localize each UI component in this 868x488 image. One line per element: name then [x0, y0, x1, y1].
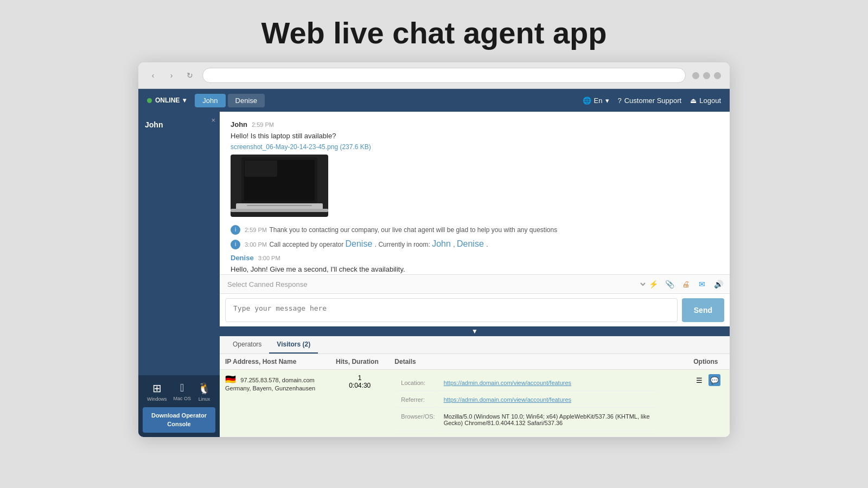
visitor-hits-cell: 1 0:04:30 — [330, 370, 389, 437]
tab-denise[interactable]: Denise — [228, 94, 265, 107]
refresh-button[interactable]: ↻ — [184, 69, 196, 81]
header-right: 🌐 En ▾ ? Customer Support ⏏ Logout — [583, 97, 721, 105]
operator-denise-link[interactable]: Denise — [346, 239, 373, 248]
visitor-list-icon[interactable]: ☰ — [693, 374, 705, 386]
customer-support-link[interactable]: ? Customer Support — [618, 97, 682, 105]
volume-icon[interactable]: 🔊 — [712, 278, 724, 290]
john-message-text: Hello! Is this laptop still available? — [231, 131, 719, 142]
visitor-options-cell: ☰ 💬 — [688, 370, 730, 437]
john-message-time: 2:59 PM — [252, 121, 274, 128]
system-msg-comma: , — [453, 241, 457, 248]
os-icons-row: ⊞ Windows  Mac OS 🐧 Linux — [138, 382, 220, 402]
tab-john[interactable]: John — [195, 94, 225, 107]
visitor-options-icons: ☰ 💬 — [693, 374, 724, 386]
john-author: John — [231, 120, 247, 129]
sidebar-bottom: ⊞ Windows  Mac OS 🐧 Linux Download Oper… — [138, 375, 220, 437]
windows-icon: ⊞ — [152, 382, 162, 395]
message-input[interactable] — [225, 298, 678, 322]
location-label: Location: — [395, 375, 437, 391]
logout-label: Logout — [699, 97, 721, 105]
room-john-link[interactable]: John — [432, 239, 451, 248]
apple-icon:  — [180, 382, 184, 394]
info-icon-2: i — [231, 240, 240, 249]
system-message-1: i 2:59 PM Thank you to contacting our co… — [231, 224, 719, 235]
collapse-arrow-icon[interactable]: ▼ — [471, 328, 478, 335]
chat-tabs: John Denise — [195, 94, 265, 107]
visitor-chat-icon[interactable]: 💬 — [709, 374, 720, 386]
denise-author: Denise — [231, 254, 254, 262]
john-message-header: John 2:59 PM — [231, 120, 719, 129]
tab-visitors[interactable]: Visitors (2) — [269, 336, 318, 354]
browser-value: Mozilla/5.0 (Windows NT 10.0; Win64; x64… — [438, 409, 655, 431]
col-details: Details — [389, 354, 688, 370]
col-options: Options — [688, 354, 730, 370]
system-time-1: 2:59 PM — [245, 227, 267, 233]
help-icon: ? — [618, 97, 622, 105]
browser-window: ‹ › ↻ ONLINE ▾ John Denise 🌐 En ▾ ? — [138, 62, 730, 437]
tab-operators[interactable]: Operators — [225, 336, 269, 354]
denise-message-time: 3:00 PM — [258, 255, 280, 261]
attachment-link[interactable]: screenshot_06-May-20-14-23-45.png (237.6… — [231, 143, 371, 151]
linux-icon: 🐧 — [197, 382, 211, 395]
macos-label: Mac OS — [173, 396, 191, 401]
language-selector[interactable]: 🌐 En ▾ — [583, 97, 609, 105]
svg-rect-4 — [247, 205, 312, 206]
customer-support-label: Customer Support — [624, 97, 682, 105]
visitors-table: IP Address, Host Name Hits, Duration Det… — [220, 354, 730, 437]
col-ip: IP Address, Host Name — [220, 354, 330, 370]
linux-label: Linux — [199, 396, 210, 402]
status-badge[interactable]: ONLINE ▾ — [147, 97, 186, 104]
visitor-duration: 0:04:30 — [336, 382, 384, 389]
download-operator-console-button[interactable]: Download Operator Console — [143, 407, 215, 433]
message-input-row: Send — [220, 294, 730, 326]
address-bar[interactable] — [202, 68, 686, 83]
denise-message-group: Denise 3:00 PM Hello, John! Give me a se… — [231, 254, 719, 275]
details-location-link[interactable]: https://admin.domain.com/view/account/fe… — [444, 380, 571, 386]
room-denise-link[interactable]: Denise — [457, 239, 484, 248]
svg-rect-3 — [231, 209, 328, 212]
send-button[interactable]: Send — [682, 298, 724, 322]
online-indicator — [147, 98, 152, 103]
app-body: × John ⊞ Windows  Mac OS 🐧 Linux — [138, 112, 730, 437]
linux-os-item[interactable]: 🐧 Linux — [197, 382, 211, 402]
status-label: ONLINE — [155, 97, 180, 104]
system-msg-middle: . Currently in room: — [375, 241, 432, 248]
forward-button[interactable]: › — [165, 69, 177, 81]
john-message-group: John 2:59 PM Hello! Is this laptop still… — [231, 120, 719, 217]
table-header-row: IP Address, Host Name Hits, Duration Det… — [220, 354, 730, 370]
email-icon[interactable]: ✉ — [696, 278, 708, 290]
visitors-section: Operators Visitors (2) IP Address, Host … — [220, 336, 730, 437]
paperclip-icon[interactable]: 📎 — [663, 278, 675, 290]
visitor-ip-cell: 🇩🇪 97.255.83.578, domain.com Germany, Ba… — [220, 370, 330, 437]
canned-response-select[interactable]: Select Canned Response — [225, 280, 647, 289]
logout-icon: ⏏ — [690, 97, 697, 105]
table-row: 🇩🇪 97.255.83.578, domain.com Germany, Ba… — [220, 370, 730, 437]
dot-3 — [714, 72, 721, 79]
globe-icon: 🌐 — [583, 97, 591, 105]
laptop-svg — [231, 155, 328, 217]
browser-label: Browser/OS: — [395, 409, 437, 431]
macos-os-item[interactable]:  Mac OS — [173, 382, 191, 402]
system-time-2: 3:00 PM — [245, 241, 267, 248]
sidebar-close-button[interactable]: × — [211, 116, 215, 124]
back-button[interactable]: ‹ — [147, 69, 159, 81]
lightning-icon[interactable]: ⚡ — [647, 278, 659, 290]
denise-message-text: Hello, John! Give me a second, I'll chec… — [231, 264, 719, 275]
laptop-thumbnail — [231, 155, 328, 217]
referrer-label: Referrer: — [395, 392, 437, 408]
system-msg-period: . — [486, 241, 488, 248]
col-hits: Hits, Duration — [330, 354, 389, 370]
browser-chrome: ‹ › ↻ — [138, 62, 730, 89]
dot-2 — [703, 72, 710, 79]
page-title: Web live chat agent app — [0, 0, 868, 62]
window-controls — [692, 72, 721, 79]
windows-os-item[interactable]: ⊞ Windows — [147, 382, 167, 402]
visitors-tabs: Operators Visitors (2) — [220, 336, 730, 354]
bottom-panel: ▼ — [220, 326, 730, 336]
referrer-link[interactable]: https://admin.domain.com/view/account/fe… — [444, 396, 571, 403]
print-icon[interactable]: 🖨 — [680, 278, 692, 290]
logout-button[interactable]: ⏏ Logout — [690, 97, 721, 105]
visitor-location: Germany, Bayern, Gunzenhausen — [225, 385, 315, 391]
system-message-1-content: Thank you to contacting our company, our… — [269, 226, 557, 234]
visitor-hits: 1 — [336, 374, 384, 382]
